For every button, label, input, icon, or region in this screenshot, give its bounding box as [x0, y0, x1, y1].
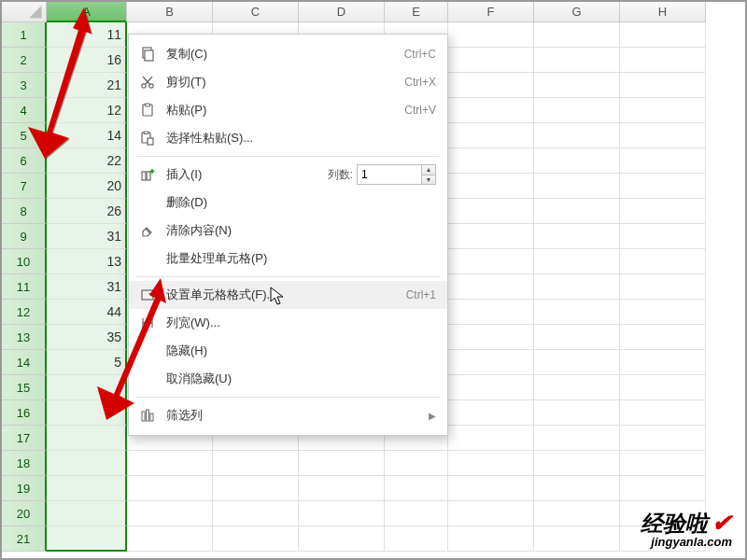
cell-H1[interactable]: [620, 22, 706, 48]
cell-D21[interactable]: [299, 526, 385, 552]
cell-F4[interactable]: [448, 98, 534, 123]
row-header-19[interactable]: 19: [2, 476, 47, 501]
cell-G7[interactable]: [534, 174, 620, 199]
cell-F20[interactable]: [448, 501, 534, 526]
row-header-5[interactable]: 5: [2, 123, 47, 148]
menu-clear[interactable]: 清除内容(N): [129, 217, 447, 245]
cell-G17[interactable]: [534, 426, 620, 451]
cell-G19[interactable]: [534, 476, 620, 501]
cell-F17[interactable]: [448, 426, 534, 451]
row-header-14[interactable]: 14: [2, 350, 47, 375]
cell-G1[interactable]: [534, 22, 620, 48]
menu-delete[interactable]: 删除(D): [129, 189, 447, 217]
cell-G10[interactable]: [534, 249, 620, 274]
cell-A1[interactable]: 11: [47, 22, 127, 48]
cell-F10[interactable]: [448, 249, 534, 274]
cell-A14[interactable]: 5: [47, 350, 127, 375]
row-header-4[interactable]: 4: [2, 98, 47, 123]
cell-F2[interactable]: [448, 48, 534, 73]
cell-H3[interactable]: [620, 73, 706, 98]
col-header-D[interactable]: D: [299, 2, 385, 22]
cell-C21[interactable]: [213, 526, 299, 552]
row-header-6[interactable]: 6: [2, 148, 47, 174]
menu-insert[interactable]: 插入(I) 列数: ▲ ▼: [129, 161, 447, 189]
cell-D20[interactable]: [299, 501, 385, 526]
menu-cut[interactable]: 剪切(T) Ctrl+X: [129, 68, 447, 96]
row-header-3[interactable]: 3: [2, 73, 47, 98]
cell-E21[interactable]: [385, 526, 448, 552]
spinner-down[interactable]: ▼: [422, 175, 435, 185]
cell-G8[interactable]: [534, 199, 620, 224]
menu-unhide[interactable]: 取消隐藏(U): [129, 365, 447, 393]
cell-G21[interactable]: [534, 526, 620, 552]
row-header-17[interactable]: 17: [2, 426, 47, 451]
cell-G6[interactable]: [534, 148, 620, 174]
cell-E18[interactable]: [385, 451, 448, 476]
cell-A2[interactable]: 16: [47, 48, 127, 73]
cell-E20[interactable]: [385, 501, 448, 526]
row-header-2[interactable]: 2: [2, 48, 47, 73]
cell-G4[interactable]: [534, 98, 620, 123]
menu-filter[interactable]: 筛选列 ▶: [129, 401, 447, 429]
cell-H11[interactable]: [620, 274, 706, 300]
row-header-13[interactable]: 13: [2, 325, 47, 350]
col-header-B[interactable]: B: [127, 2, 213, 22]
cell-H10[interactable]: [620, 249, 706, 274]
cell-A12[interactable]: 44: [47, 300, 127, 325]
row-header-7[interactable]: 7: [2, 174, 47, 199]
cell-A15[interactable]: [47, 375, 127, 400]
col-header-H[interactable]: H: [620, 2, 706, 22]
cell-A4[interactable]: 12: [47, 98, 127, 123]
cell-D18[interactable]: [299, 451, 385, 476]
cell-A19[interactable]: [47, 476, 127, 501]
col-header-A[interactable]: A: [47, 2, 127, 22]
insert-count-input[interactable]: [358, 165, 421, 184]
cell-H13[interactable]: [620, 325, 706, 350]
cell-B19[interactable]: [127, 476, 213, 501]
row-header-8[interactable]: 8: [2, 199, 47, 224]
cell-F11[interactable]: [448, 274, 534, 300]
row-header-1[interactable]: 1: [2, 22, 47, 48]
row-header-15[interactable]: 15: [2, 375, 47, 400]
cell-G13[interactable]: [534, 325, 620, 350]
cell-F8[interactable]: [448, 199, 534, 224]
row-header-10[interactable]: 10: [2, 249, 47, 274]
cell-H5[interactable]: [620, 123, 706, 148]
cell-F19[interactable]: [448, 476, 534, 501]
cell-A16[interactable]: [47, 400, 127, 426]
cell-F16[interactable]: [448, 400, 534, 426]
cell-H15[interactable]: [620, 375, 706, 400]
col-header-F[interactable]: F: [448, 2, 534, 22]
cell-F9[interactable]: [448, 224, 534, 249]
cell-B20[interactable]: [127, 501, 213, 526]
cell-G3[interactable]: [534, 73, 620, 98]
cell-A5[interactable]: 14: [47, 123, 127, 148]
cell-G18[interactable]: [534, 451, 620, 476]
cell-A21[interactable]: [47, 526, 127, 552]
cell-G2[interactable]: [534, 48, 620, 73]
cell-F3[interactable]: [448, 73, 534, 98]
menu-paste-special[interactable]: 选择性粘贴(S)...: [129, 124, 447, 152]
menu-paste[interactable]: 粘贴(P) Ctrl+V: [129, 96, 447, 124]
cell-H12[interactable]: [620, 300, 706, 325]
cell-G20[interactable]: [534, 501, 620, 526]
cell-H7[interactable]: [620, 174, 706, 199]
insert-count-spinner[interactable]: ▲ ▼: [357, 164, 436, 185]
cell-F7[interactable]: [448, 174, 534, 199]
cell-A20[interactable]: [47, 501, 127, 526]
row-header-11[interactable]: 11: [2, 274, 47, 300]
cell-A17[interactable]: [47, 426, 127, 451]
menu-batch[interactable]: 批量处理单元格(P): [129, 245, 447, 273]
cell-H4[interactable]: [620, 98, 706, 123]
cell-C19[interactable]: [213, 476, 299, 501]
cell-B18[interactable]: [127, 451, 213, 476]
cell-H19[interactable]: [620, 476, 706, 501]
cell-A6[interactable]: 22: [47, 148, 127, 174]
cell-D19[interactable]: [299, 476, 385, 501]
row-header-20[interactable]: 20: [2, 501, 47, 526]
cell-F12[interactable]: [448, 300, 534, 325]
cell-A8[interactable]: 26: [47, 199, 127, 224]
cell-H2[interactable]: [620, 48, 706, 73]
cell-G9[interactable]: [534, 224, 620, 249]
row-header-18[interactable]: 18: [2, 451, 47, 476]
